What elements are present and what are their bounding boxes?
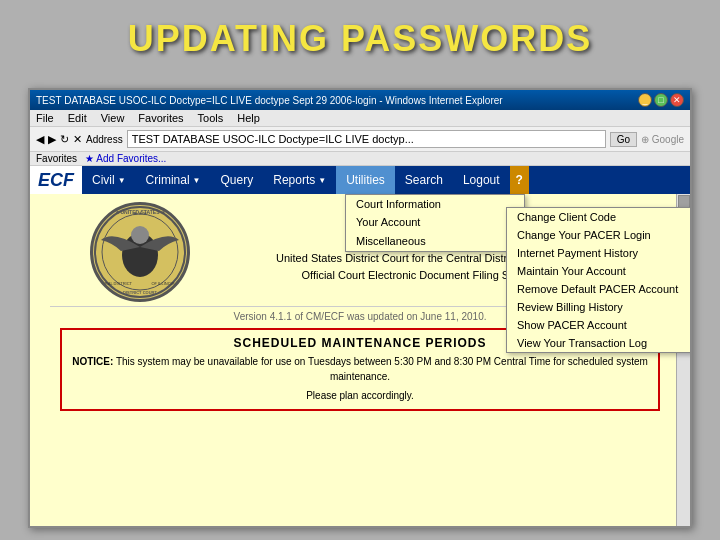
favorites-label: Favorites [36, 153, 77, 164]
maximize-button[interactable]: □ [654, 93, 668, 107]
svg-point-3 [131, 226, 149, 244]
address-bar: ◀ ▶ ↻ ✕ Address Go ⊕ Google [30, 127, 690, 152]
nav-logout[interactable]: Logout [453, 166, 510, 194]
nav-search[interactable]: Search [395, 166, 453, 194]
dropdown-your-account[interactable]: Your Account ▶ [346, 213, 524, 232]
page-title-banner: UPDATING PASSWORDS [0, 0, 720, 70]
submenu-show-pacer[interactable]: Show PACER Account [507, 316, 692, 334]
menu-edit[interactable]: Edit [68, 112, 87, 124]
ecf-logo: ECF [30, 166, 82, 194]
browser-window: TEST DATABASE USOC-ILC Doctype=ILC LIVE … [28, 88, 692, 528]
submenu-internet-payment[interactable]: Internet Payment History [507, 244, 692, 262]
add-favorites-button[interactable]: ★ Add Favorites... [85, 153, 166, 164]
maintenance-footer: Please plan accordingly. [68, 388, 652, 403]
nav-utilities[interactable]: Utilities [336, 166, 395, 194]
nav-reports[interactable]: Reports ▼ [263, 166, 336, 194]
browser-menubar: File Edit View Favorites Tools Help [30, 110, 690, 127]
favorites-bar: Favorites ★ Add Favorites... [30, 152, 690, 166]
dropdown-court-info[interactable]: Court Information [346, 195, 524, 213]
submenu-maintain-account[interactable]: Maintain Your Account [507, 262, 692, 280]
notice-label: NOTICE: [72, 356, 113, 367]
address-label: Address [86, 134, 123, 145]
reports-arrow-icon: ▼ [318, 176, 326, 185]
criminal-arrow-icon: ▼ [193, 176, 201, 185]
stop-button[interactable]: ✕ [73, 133, 82, 146]
help-icon[interactable]: ? [510, 166, 529, 194]
svg-text:CENTRAL DISTRICT: CENTRAL DISTRICT [94, 281, 133, 286]
menu-tools[interactable]: Tools [198, 112, 224, 124]
nav-criminal[interactable]: Criminal ▼ [136, 166, 211, 194]
browser-title: TEST DATABASE USOC-ILC Doctype=ILC LIVE … [36, 95, 638, 106]
nav-civil[interactable]: Civil ▼ [82, 166, 136, 194]
menu-help[interactable]: Help [237, 112, 260, 124]
maintenance-notice: NOTICE: This system may be unavailable f… [68, 354, 652, 384]
forward-button[interactable]: ▶ [48, 133, 56, 146]
menu-favorites[interactable]: Favorites [138, 112, 183, 124]
browser-titlebar: TEST DATABASE USOC-ILC Doctype=ILC LIVE … [30, 90, 690, 110]
dropdown-miscellaneous[interactable]: Miscellaneous ▶ [346, 232, 524, 251]
minimize-button[interactable]: _ [638, 93, 652, 107]
menu-file[interactable]: File [36, 112, 54, 124]
search-label: ⊕ Google [641, 134, 684, 145]
menu-view[interactable]: View [101, 112, 125, 124]
submenu-review-billing[interactable]: Review Billing History [507, 298, 692, 316]
ecf-navbar: ECF Civil ▼ Criminal ▼ Query Reports ▼ U… [30, 166, 690, 194]
address-input[interactable] [127, 130, 606, 148]
civil-arrow-icon: ▼ [118, 176, 126, 185]
submenu-change-pacer-login[interactable]: Change Your PACER Login [507, 226, 692, 244]
your-account-submenu: Change Client Code Change Your PACER Log… [506, 207, 692, 353]
submenu-remove-default-pacer[interactable]: Remove Default PACER Account [507, 280, 692, 298]
notice-text: This system may be unavailable for use o… [116, 356, 648, 382]
refresh-button[interactable]: ↻ [60, 133, 69, 146]
submenu-change-client-code[interactable]: Change Client Code [507, 208, 692, 226]
svg-text:OF ILLINOIS: OF ILLINOIS [151, 281, 174, 286]
nav-query[interactable]: Query [211, 166, 264, 194]
back-button[interactable]: ◀ [36, 133, 44, 146]
close-button[interactable]: ✕ [670, 93, 684, 107]
submenu-view-transaction[interactable]: View Your Transaction Log [507, 334, 692, 352]
go-button[interactable]: Go [610, 132, 637, 147]
court-seal: ★ ★ ★ CENTRAL DISTRICT OF ILLINOIS ★ UNI… [90, 202, 190, 302]
